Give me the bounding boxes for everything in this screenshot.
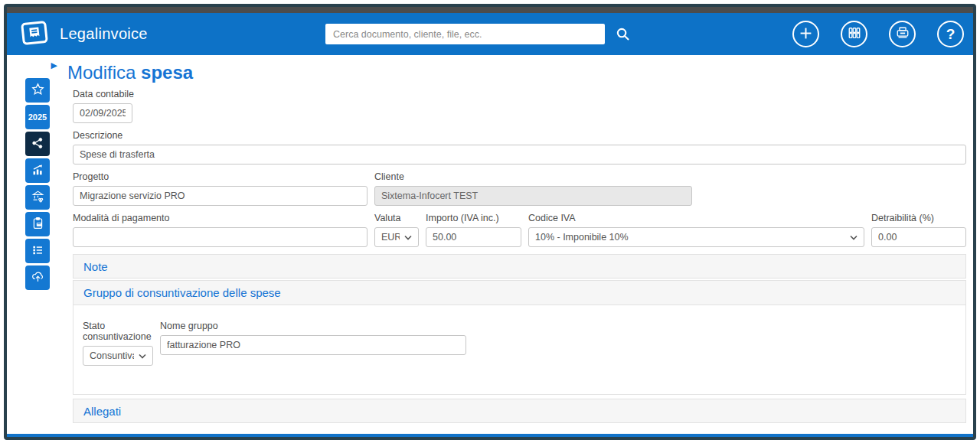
field-importo: Importo (IVA inc.) [426, 213, 521, 247]
field-codice-iva: Codice IVA 10% - Imponibile 10% [528, 213, 864, 247]
field-descrizione: Descrizione [73, 130, 966, 164]
print-button[interactable] [889, 21, 916, 47]
codice-iva-value: 10% - Imponibile 10% [535, 232, 629, 243]
section-gruppo-title: Gruppo di consuntivazione delle spese [83, 286, 281, 299]
field-nome-gruppo: Nome gruppo [160, 321, 466, 366]
valuta-label: Valuta [374, 213, 419, 223]
cliente-input [374, 186, 692, 206]
sidebar-item-documents[interactable] [25, 212, 50, 236]
nome-gruppo-input[interactable] [160, 335, 466, 355]
titlebar-strip [7, 7, 973, 13]
search-icon [616, 32, 630, 44]
app-header: Legalinvoice [7, 13, 973, 55]
bottom-accent-line [7, 434, 973, 437]
modalita-pagamento-input[interactable] [73, 227, 368, 247]
field-detraibilita: Detraibilità (%) [871, 213, 966, 247]
progetto-input[interactable] [73, 186, 368, 206]
stato-consuntivazione-label: Stato consuntivazione [83, 321, 153, 342]
printer-icon [896, 26, 910, 42]
data-contabile-label: Data contabile [73, 89, 966, 99]
field-data-contabile: Data contabile [73, 89, 966, 123]
field-stato-consuntivazione: Stato consuntivazione Consuntivabile [83, 321, 153, 366]
descrizione-input[interactable] [73, 145, 966, 164]
page-title-emphasis: spesa [141, 62, 193, 83]
cloud-upload-icon [31, 270, 44, 285]
chevron-down-icon [139, 350, 146, 361]
archive-binders-icon [848, 26, 861, 42]
question-mark-icon: ? [946, 26, 956, 43]
sidebar: ▶ 2025 [7, 55, 67, 437]
chevron-down-icon [404, 232, 412, 243]
search-input[interactable] [325, 24, 605, 44]
list-icon [31, 244, 44, 259]
section-gruppo-header[interactable]: Gruppo di consuntivazione delle spese [74, 281, 965, 305]
share-icon [31, 137, 44, 151]
main-content: Modifica spesa Data contabile Descrizion… [67, 55, 973, 437]
brand[interactable]: Legalinvoice [19, 18, 148, 50]
field-cliente: Cliente [374, 171, 692, 206]
field-modalita-pagamento: Modalità di pagamento [73, 213, 368, 247]
data-contabile-input[interactable] [73, 103, 132, 123]
progetto-label: Progetto [73, 171, 368, 182]
app-window: Legalinvoice [4, 4, 976, 440]
nome-gruppo-label: Nome gruppo [160, 321, 466, 331]
help-button[interactable]: ? [937, 21, 964, 47]
sidebar-nav: 2025 [25, 78, 50, 290]
legalinvoice-logo-icon [19, 18, 50, 50]
modalita-pagamento-label: Modalità di pagamento [73, 213, 368, 223]
descrizione-label: Descrizione [73, 130, 966, 141]
field-valuta: Valuta EUR [374, 213, 419, 247]
stato-consuntivazione-value: Consuntivabile [90, 350, 134, 361]
detraibilita-label: Detraibilità (%) [871, 213, 966, 223]
section-gruppo-panel: Gruppo di consuntivazione delle spese St… [73, 280, 966, 395]
valuta-select[interactable]: EUR [374, 227, 419, 247]
page-title: Modifica spesa [67, 62, 966, 83]
expense-form: Data contabile Descrizione Progetto Clie… [73, 89, 966, 247]
row-consuntivazione: Stato consuntivazione Consuntivabile Nom… [83, 321, 956, 366]
section-gruppo-body: Stato consuntivazione Consuntivabile Nom… [74, 305, 965, 394]
app-name: Legalinvoice [60, 25, 148, 43]
importo-input[interactable] [426, 227, 521, 247]
cliente-label: Cliente [374, 171, 692, 182]
sidebar-expand-arrow-icon[interactable]: ▶ [51, 61, 57, 70]
sidebar-item-upload[interactable] [25, 265, 50, 290]
sidebar-item-year[interactable]: 2025 [25, 105, 50, 129]
chevron-down-icon [850, 232, 858, 243]
clipboard-card-icon [31, 217, 44, 232]
collapsible-sections: Note Gruppo di consuntivazione delle spe… [73, 254, 966, 423]
archive-button[interactable] [841, 21, 867, 47]
page-title-prefix: Modifica [67, 62, 136, 83]
header-actions: ? [792, 21, 965, 47]
section-note[interactable]: Note [73, 254, 966, 279]
search-button[interactable] [616, 27, 630, 44]
chart-arrow-icon [31, 163, 44, 178]
codice-iva-select[interactable]: 10% - Imponibile 10% [528, 227, 864, 247]
sidebar-item-bank[interactable] [25, 185, 50, 210]
row-pagamento: Modalità di pagamento Valuta EUR [73, 213, 966, 247]
row-progetto-cliente: Progetto Cliente [73, 171, 966, 206]
sidebar-item-share[interactable] [25, 132, 50, 156]
section-note-title: Note [83, 260, 108, 273]
field-progetto: Progetto [73, 171, 368, 206]
stato-consuntivazione-select[interactable]: Consuntivabile [83, 346, 153, 366]
body: ▶ 2025 [7, 55, 973, 437]
section-allegati-title: Allegati [83, 405, 121, 418]
sidebar-item-reports[interactable] [25, 158, 50, 183]
detraibilita-input[interactable] [871, 227, 966, 247]
sidebar-item-favorites[interactable] [25, 78, 50, 103]
add-new-button[interactable] [792, 21, 819, 47]
plus-icon [799, 27, 812, 42]
star-icon [31, 83, 44, 98]
section-allegati[interactable]: Allegati [73, 399, 966, 423]
valuta-value: EUR [381, 232, 400, 243]
codice-iva-label: Codice IVA [528, 213, 864, 223]
importo-label: Importo (IVA inc.) [426, 213, 521, 223]
year-label: 2025 [28, 112, 47, 122]
sidebar-item-list[interactable] [25, 239, 50, 263]
bank-icon [31, 190, 44, 205]
